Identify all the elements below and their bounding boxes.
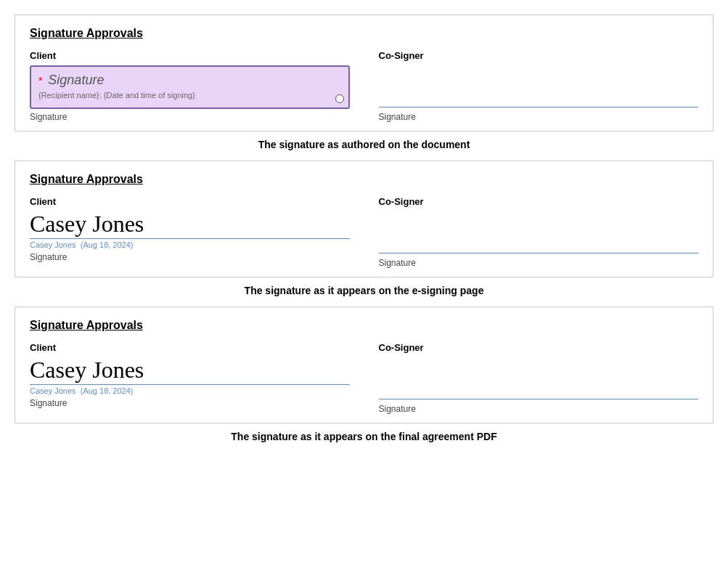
section-title-1: Signature Approvals (30, 27, 698, 40)
cosigner-line-area-2 (379, 211, 699, 255)
cosigner-line-area-3 (379, 357, 699, 401)
caption-esigning: The signature as it appears on the e-sig… (15, 285, 713, 296)
cosigner-footer-label-1: Signature (379, 112, 699, 122)
client-footer-label-1: Signature (30, 112, 350, 122)
sig-name-text-2: Casey Jones (30, 240, 76, 249)
sig-cursive-3: Casey Jones (30, 357, 350, 383)
sig-header: * Signature (38, 73, 341, 88)
cosigner-label-3: Co-Signer (379, 342, 699, 353)
columns-2: Client Casey Jones Casey Jones (Aug 18, … (30, 196, 698, 268)
asterisk-icon: * (38, 75, 42, 86)
client-col-1: Client * Signature {Recipient name}: {Da… (30, 50, 364, 122)
cosigner-sig-line-1 (379, 107, 699, 108)
cosigner-line-area-1 (379, 65, 699, 109)
section-authored: Signature Approvals Client * Signature {… (15, 15, 713, 131)
client-col-3: Client Casey Jones Casey Jones (Aug 18, … (30, 342, 364, 414)
sig-name-text-3: Casey Jones (30, 386, 76, 395)
client-label-3: Client (30, 342, 350, 353)
client-footer-label-3: Signature (30, 398, 350, 408)
sig-circle-handle (335, 94, 344, 103)
columns-3: Client Casey Jones Casey Jones (Aug 18, … (30, 342, 698, 414)
caption-authored: The signature as authored on the documen… (15, 139, 713, 150)
cosigner-sig-line-3 (379, 399, 699, 400)
cosigner-col-2: Co-Signer Signature (364, 196, 699, 268)
sig-name-date-3: Casey Jones (Aug 18, 2024) (30, 386, 350, 395)
columns-1: Client * Signature {Recipient name}: {Da… (30, 50, 698, 122)
cosigner-label-1: Co-Signer (379, 50, 699, 61)
sig-subtext: {Recipient name}: {Date and time of sign… (38, 91, 341, 100)
client-footer-label-2: Signature (30, 252, 350, 262)
sig-date-text-2: (Aug 18, 2024) (81, 240, 134, 249)
client-label-1: Client (30, 50, 350, 61)
section-title-3: Signature Approvals (30, 319, 698, 332)
section-esigning: Signature Approvals Client Casey Jones C… (15, 161, 713, 277)
cosigner-sig-line-2 (379, 253, 699, 254)
sig-line-3 (30, 384, 350, 385)
sig-italic-label: Signature (48, 73, 104, 87)
client-label-2: Client (30, 196, 350, 207)
section-pdf: Signature Approvals Client Casey Jones C… (15, 307, 713, 423)
signature-field-authored: * Signature {Recipient name}: {Date and … (30, 65, 350, 109)
sig-date-text-3: (Aug 18, 2024) (81, 386, 134, 395)
cosigner-footer-label-3: Signature (379, 404, 699, 414)
cosigner-col-3: Co-Signer Signature (364, 342, 699, 414)
cosigner-col-1: Co-Signer Signature (364, 50, 699, 122)
cosigner-footer-label-2: Signature (379, 258, 699, 268)
client-col-2: Client Casey Jones Casey Jones (Aug 18, … (30, 196, 364, 268)
cosigner-label-2: Co-Signer (379, 196, 699, 207)
section-title-2: Signature Approvals (30, 173, 698, 186)
sig-name-date-2: Casey Jones (Aug 18, 2024) (30, 240, 350, 249)
caption-pdf: The signature as it appears on the final… (15, 431, 713, 442)
sig-cursive-2: Casey Jones (30, 211, 350, 237)
sig-line-2 (30, 238, 350, 239)
